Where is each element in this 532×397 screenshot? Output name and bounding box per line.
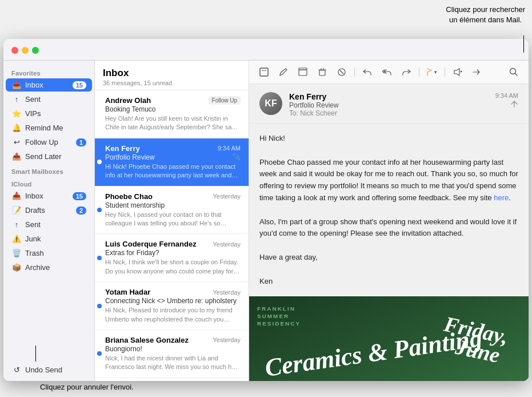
message-preview: Hi Nick, I think we'll be short a couple… bbox=[105, 258, 241, 276]
svg-text:SUMMER: SUMMER bbox=[257, 313, 289, 320]
message-sender: Phoebe Chao Yesterday bbox=[105, 192, 241, 201]
undo-icon: ↺ bbox=[11, 366, 22, 374]
sidebar-item-icloud-sent[interactable]: ↑ Sent bbox=[6, 218, 92, 231]
trash-icon: 🗑️ bbox=[11, 249, 22, 257]
svg-text:FRANKLIN: FRANKLIN bbox=[257, 306, 295, 312]
follow-up-badge: Follow Up bbox=[209, 96, 241, 105]
sent-icon: ↑ bbox=[11, 95, 22, 104]
archive-icon: 📦 bbox=[11, 263, 22, 272]
sendlater-icon: 📤 bbox=[11, 152, 22, 161]
inbox-icon: 📥 bbox=[11, 81, 22, 89]
message-sender: Yotam Hadar Yesterday bbox=[105, 288, 241, 296]
message-subject: Booking Temuco bbox=[105, 105, 241, 113]
inbox-title: Inbox bbox=[103, 68, 241, 79]
message-item[interactable]: Andrew Olah Follow Up Booking Temuco Hey… bbox=[95, 90, 249, 138]
svg-rect-0 bbox=[260, 68, 268, 76]
app-window: Favorites 📥 Inbox 15 ↑ Sent ⭐ VIPs 🔔 Rem… bbox=[3, 39, 529, 381]
annotation-undo-send: Cliquez pour annuler l'envoi. bbox=[40, 382, 134, 392]
email-closing: Have a great day, bbox=[259, 252, 518, 264]
close-button[interactable] bbox=[11, 47, 18, 54]
flyer-image: FRANKLIN SUMMER RESIDENCY Ceramics & Pai… bbox=[249, 296, 529, 381]
inbox-subtitle: 36 messages, 15 unread bbox=[103, 80, 241, 86]
message-list-scroll: Andrew Olah Follow Up Booking Temuco Hey… bbox=[95, 90, 249, 381]
icloud-section-label: iCloud bbox=[3, 176, 94, 189]
sender-avatar: KF bbox=[259, 92, 282, 115]
flyer-svg: FRANKLIN SUMMER RESIDENCY Ceramics & Pai… bbox=[249, 296, 529, 381]
attachment-icon: 📎 bbox=[233, 153, 241, 161]
search-button[interactable] bbox=[506, 65, 522, 79]
sidebar-item-icloud-drafts[interactable]: 📝 Drafts 2 bbox=[6, 204, 92, 217]
email-to: To: Nick Scheer bbox=[289, 109, 489, 117]
email-content: KF Ken Ferry Portfolio Review To: Nick S… bbox=[249, 84, 529, 381]
email-body: Hi Nick! Phoebe Chao passed me your cont… bbox=[249, 124, 529, 296]
message-item[interactable]: Luis Coderque Fernandez Yesterday Extras… bbox=[95, 234, 249, 282]
message-preview: Hey Olah! Are you still keen to visit Kr… bbox=[105, 114, 241, 132]
more-actions-button[interactable] bbox=[469, 65, 485, 79]
sidebar-item-send-later[interactable]: 📤 Send Later bbox=[6, 150, 92, 163]
sidebar-item-icloud-junk[interactable]: ⚠️ Junk bbox=[6, 232, 92, 245]
portfolio-link[interactable]: here bbox=[494, 193, 509, 202]
message-subject: Portfolio Review 📎 bbox=[105, 153, 241, 161]
main-layout: Favorites 📥 Inbox 15 ↑ Sent ⭐ VIPs 🔔 Rem… bbox=[3, 61, 529, 381]
message-sender: Ken Ferry 9:34 AM bbox=[105, 144, 241, 153]
message-item[interactable]: Ken Ferry 9:34 AM Portfolio Review 📎 Hi … bbox=[95, 138, 249, 186]
message-subject: Student mentorship bbox=[105, 201, 241, 209]
sidebar-item-icloud-trash[interactable]: 🗑️ Trash bbox=[6, 247, 92, 260]
email-paragraph-2: Also, I'm part of a group show that's op… bbox=[259, 216, 518, 240]
vips-icon: ⭐ bbox=[11, 109, 22, 118]
sidebar-item-remind-me[interactable]: 🔔 Remind Me bbox=[6, 121, 92, 134]
unread-dot bbox=[97, 160, 102, 164]
junk-button[interactable] bbox=[334, 65, 350, 79]
sidebar-item-icloud-inbox[interactable]: 📥 Inbox 15 bbox=[6, 189, 92, 203]
titlebar bbox=[3, 39, 529, 61]
flag-button[interactable]: ▾ bbox=[424, 65, 440, 79]
reply-all-button[interactable] bbox=[379, 65, 395, 79]
unread-dot bbox=[97, 256, 102, 260]
email-greeting: Hi Nick! bbox=[259, 133, 518, 145]
minimize-button[interactable] bbox=[22, 47, 29, 54]
email-paragraph-1: Phoebe Chao passed me your contact info … bbox=[259, 157, 518, 204]
junk-icon: ⚠️ bbox=[11, 235, 22, 243]
smart-mailboxes-section-label: Smart Mailboxes bbox=[3, 164, 94, 176]
toolbar-divider bbox=[445, 68, 445, 77]
message-item[interactable]: Ian Parks 6/4/22 Surprise party for Sofi… bbox=[95, 378, 249, 381]
svg-line-14 bbox=[515, 73, 517, 76]
sidebar-item-follow-up[interactable]: ↩ Follow Up 1 bbox=[6, 136, 92, 149]
sidebar: Favorites 📥 Inbox 15 ↑ Sent ⭐ VIPs 🔔 Rem… bbox=[3, 61, 95, 381]
reply-button[interactable] bbox=[359, 65, 375, 79]
sidebar-item-vips[interactable]: ⭐ VIPs bbox=[6, 107, 92, 120]
email-time-area: 9:34 AM bbox=[495, 92, 518, 108]
message-preview: Hi Nick, Pleased to introduce you to my … bbox=[105, 306, 241, 324]
archive-button[interactable] bbox=[295, 65, 311, 79]
delete-button[interactable] bbox=[314, 65, 330, 79]
message-preview: Nick, I had the nicest dinner with Lia a… bbox=[105, 354, 241, 372]
message-sender: Luis Coderque Fernandez Yesterday bbox=[105, 240, 241, 248]
attachment-indicator-icon bbox=[510, 100, 518, 108]
sidebar-item-inbox[interactable]: 📥 Inbox 15 bbox=[6, 78, 92, 92]
sidebar-item-icloud-archive[interactable]: 📦 Archive bbox=[6, 261, 92, 274]
message-subject: Extras for Friday? bbox=[105, 249, 241, 257]
remind-icon: 🔔 bbox=[11, 124, 22, 132]
unread-dot bbox=[97, 208, 102, 212]
message-list-header: Inbox 36 messages, 15 unread bbox=[95, 61, 249, 90]
message-list: Inbox 36 messages, 15 unread Andrew Olah… bbox=[95, 61, 249, 381]
email-meta: Ken Ferry Portfolio Review To: Nick Sche… bbox=[289, 92, 489, 117]
svg-rect-2 bbox=[299, 70, 307, 76]
message-item[interactable]: Yotam Hadar Yesterday Connecting Nick <>… bbox=[95, 282, 249, 330]
followup-icon: ↩ bbox=[11, 138, 22, 146]
forward-button[interactable] bbox=[398, 65, 414, 79]
new-message-button[interactable] bbox=[256, 65, 272, 79]
sidebar-item-undo-send[interactable]: ↺ Undo Send bbox=[6, 363, 92, 376]
annotation-search: Cliquez pour rechercherun élément dans M… bbox=[446, 5, 525, 25]
detail-pane: ▾ KF bbox=[249, 61, 529, 381]
email-sender-name: Ken Ferry bbox=[289, 92, 489, 101]
message-subject: Connecting Nick <> Umberto re: upholster… bbox=[105, 297, 241, 305]
mute-button[interactable] bbox=[450, 65, 466, 79]
email-signature: Ken bbox=[259, 276, 518, 288]
compose-button[interactable] bbox=[275, 65, 291, 79]
sidebar-item-sent[interactable]: ↑ Sent bbox=[6, 93, 92, 106]
message-item[interactable]: Phoebe Chao Yesterday Student mentorship… bbox=[95, 186, 249, 235]
favorites-section-label: Favorites bbox=[3, 65, 94, 78]
maximize-button[interactable] bbox=[32, 47, 39, 54]
message-item[interactable]: Briana Salese Gonzalez Yesterday Buongio… bbox=[95, 330, 249, 378]
